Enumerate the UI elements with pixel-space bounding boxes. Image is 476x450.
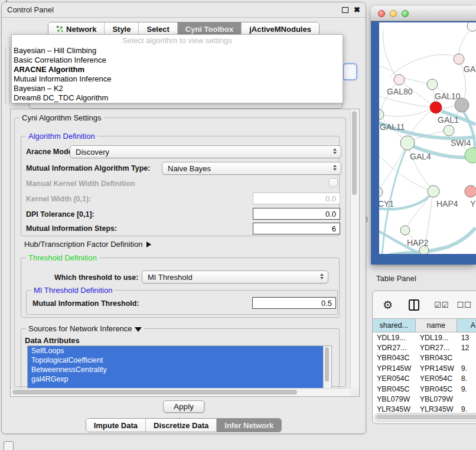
settings-horizontal-scrollbar[interactable] [11,388,351,396]
minimize-window-button[interactable] [390,10,397,17]
network-node[interactable] [467,22,476,31]
aracne-mode-label: Aracne Mode: [26,148,75,156]
table-row[interactable]: YBR045CYBR045C9. [373,384,476,394]
tab-select[interactable]: Select [138,22,177,35]
tab-label: Infer Network [224,421,273,430]
which-threshold-select[interactable]: MI Threshold [142,270,328,283]
mi-algorithm-type-select[interactable]: Naive Bayes [162,162,341,175]
deselect-all-checkboxes-icon[interactable]: ☐☐ [457,301,471,309]
network-node-hap4[interactable] [428,185,439,197]
float-panel-icon[interactable] [342,7,348,13]
tab-label: Cyni Toolbox [185,25,233,34]
panel-divider [366,267,476,268]
network-node[interactable] [455,98,469,112]
table-row[interactable]: YER054CYER054C8. [373,374,476,384]
network-canvas[interactable]: GALGAL80GAL10GAL1GAL11SWI4GAL4GCY1HAP4YH… [379,22,476,254]
network-node-gal11[interactable] [379,109,384,120]
column-header-shared-name[interactable]: shared... [373,319,416,332]
network-node-gal4[interactable] [400,136,415,150]
table-panel: ⚙ ☑☑ ☐☐ shared... name A YDL19...YDL19..… [372,291,476,424]
network-edge[interactable] [459,31,469,54]
mi-threshold-group: MI Threshold Definition Mutual Informati… [26,290,338,315]
table-row[interactable]: YPR145WYPR145W9. [373,363,476,373]
tab-label: Network [66,25,96,34]
data-attribute-item[interactable]: SelfLoops [28,346,323,356]
control-panel: Control Panel ✖ NetworkStyleSelectCyni T… [1,2,366,434]
table-row[interactable]: YDL19...YDL19...13 [373,332,476,343]
network-focus-frame: GALGAL80GAL10GAL1GAL11SWI4GAL4GCY1HAP4YH… [371,21,476,265]
network-edge[interactable] [389,54,458,77]
tab-infer-network[interactable]: Infer Network [216,419,281,432]
cyni-mode-tabs: Impute DataDiscretize DataInfer Network [86,418,282,432]
hub-tf-definition-toggle[interactable]: Hub/Transcription Factor Definition [24,240,151,249]
network-edge[interactable] [407,196,430,226]
algorithm-option[interactable]: Bayesian – Hill Climbing [12,46,343,56]
minimized-panel-icon[interactable] [4,441,14,450]
table-row[interactable]: YBR043CYBR043C [373,353,476,363]
tab-discretize-data[interactable]: Discretize Data [145,419,216,432]
table-cell: YER054C [373,374,416,383]
network-graph[interactable]: GALGAL80GAL10GAL1GAL11SWI4GAL4GCY1HAP4YH… [379,22,476,254]
collapse-arrow-icon [135,327,142,332]
node-label: Y [470,199,476,208]
network-window-titlebar[interactable] [371,6,476,21]
algorithm-option[interactable]: Mutual Information Inference [12,74,343,84]
which-threshold-value: MI Threshold [148,273,193,282]
close-panel-icon[interactable]: ✖ [354,7,360,13]
dpi-tolerance-field[interactable]: 0.0 [253,208,340,220]
select-all-checkboxes-icon[interactable]: ☑☑ [434,301,449,309]
tab-cyni-toolbox[interactable]: Cyni Toolbox [177,22,241,35]
tab-label: Select [146,25,169,34]
network-edge[interactable] [379,96,429,107]
algorithm-option[interactable]: Bayesian – K2 [12,84,343,93]
network-node-hap2[interactable] [400,226,410,235]
network-edge[interactable] [442,106,455,109]
network-edge[interactable] [380,149,405,188]
algorithm-definition-group: Algorithm Definition Aracne Mode: Discov… [21,136,340,236]
network-edge[interactable] [404,78,427,84]
network-node-gal1[interactable] [430,102,442,113]
table-cell: YBL079W [373,395,416,403]
algorithm-option[interactable]: Dream8 DC_TDC Algorithm [12,93,343,103]
mi-steps-field[interactable]: 6 [253,223,340,234]
apply-button[interactable]: Apply [163,400,204,413]
tab-style[interactable]: Style [104,22,138,35]
network-node[interactable] [419,246,429,254]
network-node-gal[interactable] [454,54,464,64]
column-header-partial[interactable]: A [457,319,476,332]
dpi-tolerance-value: 0.0 [325,210,336,219]
tab-label: jActiveMNodules [249,25,311,34]
network-node-y[interactable] [465,185,476,197]
manual-kernel-checkbox[interactable] [329,178,338,187]
list-scrollbar[interactable] [323,346,331,389]
network-edge[interactable] [383,109,430,116]
mi-steps-value: 6 [332,224,336,233]
column-header-name[interactable]: name [416,319,457,332]
node-label: GAL80 [387,87,413,96]
tab-jactivemnodules[interactable]: jActiveMNodules [241,22,319,35]
zoom-window-button[interactable] [402,10,409,17]
gear-icon[interactable]: ⚙ [383,299,393,311]
data-attribute-item[interactable]: BetweennessCentrality [28,365,323,374]
network-node-gcy1[interactable] [379,187,383,197]
algorithm-option[interactable]: ARACNE Algorithm [12,65,343,74]
close-window-button[interactable] [378,10,385,17]
data-attributes-list[interactable]: SelfLoopsTopologicalCoefficientBetweenne… [27,345,332,389]
network-node-swi4[interactable] [444,125,454,136]
columns-icon[interactable] [409,299,419,311]
mi-threshold-value: 0.5 [321,299,332,308]
table-row[interactable]: YBL079WYBL079W [373,394,476,404]
table-row[interactable]: YDR27...YDR27...12 [373,343,476,353]
mi-threshold-field[interactable]: 0.5 [252,297,336,309]
network-node-gal10[interactable] [427,79,438,90]
settings-vertical-scrollbar[interactable] [350,109,359,389]
table-horizontal-scrollbar[interactable] [374,413,476,422]
network-edge[interactable] [379,66,396,76]
data-attribute-item[interactable]: gal4RGexp [28,374,323,384]
network-node-gal80[interactable] [394,74,405,85]
data-attribute-item[interactable]: TopologicalCoefficient [28,356,323,365]
tab-network[interactable]: Network [48,22,104,35]
tab-impute-data[interactable]: Impute Data [86,419,145,432]
algorithm-option[interactable]: Basic Correlation Inference [12,56,343,65]
aracne-mode-select[interactable]: Discovery [70,145,341,158]
